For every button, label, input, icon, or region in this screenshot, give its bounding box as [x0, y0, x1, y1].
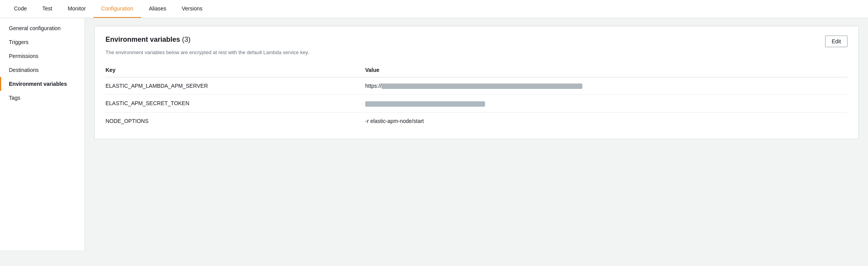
sidebar-item-general[interactable]: General configuration	[0, 21, 85, 35]
env-value: -r elastic-apm-node/start	[365, 112, 848, 130]
sidebar-item-destinations[interactable]: Destinations	[0, 63, 85, 77]
panel-title: Environment variables (3)	[106, 36, 191, 44]
sidebar-item-permissions[interactable]: Permissions	[0, 49, 85, 63]
panel-title-count: (3)	[182, 36, 191, 43]
tab-monitor[interactable]: Monitor	[60, 0, 94, 18]
main-layout: General configuration Triggers Permissio…	[0, 18, 868, 250]
sidebar: General configuration Triggers Permissio…	[0, 18, 85, 250]
panel-title-label: Environment variables	[106, 36, 180, 43]
env-value: https://	[365, 77, 848, 95]
tab-aliases[interactable]: Aliases	[141, 0, 174, 18]
content-panel: Environment variables (3) Edit The envir…	[85, 18, 868, 250]
environment-variables-table: Key Value ELASTIC_APM_LAMBDA_APM_SERVER …	[106, 63, 848, 130]
env-value-blurred	[381, 84, 582, 89]
col-header-key: Key	[106, 63, 365, 77]
env-value	[365, 95, 848, 112]
table-row: ELASTIC_APM_LAMBDA_APM_SERVER https://	[106, 77, 848, 95]
env-value-visible: https://	[365, 83, 381, 89]
sidebar-item-environment-variables[interactable]: Environment variables	[0, 77, 85, 91]
env-key: ELASTIC_APM_SECRET_TOKEN	[106, 95, 365, 112]
tab-configuration[interactable]: Configuration	[94, 0, 141, 18]
tab-bar: Code Test Monitor Configuration Aliases …	[0, 0, 868, 18]
environment-variables-panel: Environment variables (3) Edit The envir…	[94, 26, 859, 139]
table-row: ELASTIC_APM_SECRET_TOKEN	[106, 95, 848, 112]
env-key: NODE_OPTIONS	[106, 112, 365, 130]
env-key: ELASTIC_APM_LAMBDA_APM_SERVER	[106, 77, 365, 95]
panel-header: Environment variables (3) Edit	[106, 36, 848, 47]
panel-subtitle: The environment variables below are encr…	[106, 49, 848, 55]
sidebar-item-triggers[interactable]: Triggers	[0, 35, 85, 49]
panel-title-text: Environment variables (3)	[106, 36, 191, 43]
table-row: NODE_OPTIONS -r elastic-apm-node/start	[106, 112, 848, 130]
sidebar-item-tags[interactable]: Tags	[0, 91, 85, 105]
tab-versions[interactable]: Versions	[174, 0, 210, 18]
env-value-blurred	[365, 101, 485, 107]
col-header-value: Value	[365, 63, 848, 77]
tab-test[interactable]: Test	[34, 0, 60, 18]
edit-button[interactable]: Edit	[825, 36, 848, 47]
tab-code[interactable]: Code	[6, 0, 34, 18]
